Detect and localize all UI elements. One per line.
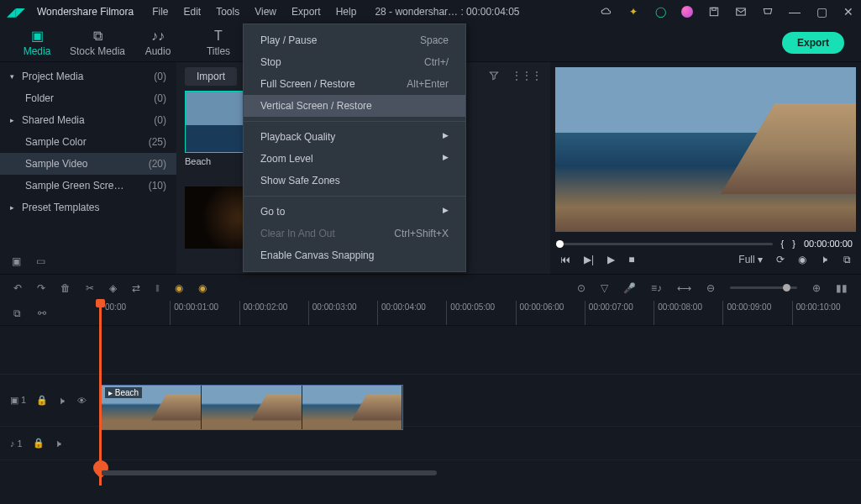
expand-icon[interactable]: ⧉ (843, 254, 851, 265)
sidebar-item-project-media[interactable]: ▾Project Media(0) (0, 66, 176, 87)
marker-icon[interactable]: ◈ (109, 282, 117, 294)
ruler-tick[interactable]: 00:00:06:00 (516, 301, 585, 325)
zoom-in-icon[interactable]: ⊕ (812, 282, 821, 294)
menu-file[interactable]: File (152, 6, 168, 18)
cart-icon[interactable] (762, 6, 774, 18)
mark-in-icon[interactable]: { (781, 239, 785, 249)
view-menu-item[interactable]: StopCtrl+/ (244, 51, 465, 73)
view-menu-item[interactable]: Go to▶ (244, 201, 465, 223)
ruler-tick[interactable]: 00:00:04:00 (377, 301, 446, 325)
redo-icon[interactable]: ↷ (37, 282, 45, 294)
import-button[interactable]: Import (185, 67, 237, 86)
timeline-ruler[interactable]: ⧉ ⚯ 00:0000:00:01:0000:00:02:0000:00:03:… (0, 301, 861, 326)
timeline-clip-beach[interactable]: ▸ Beach (101, 385, 403, 430)
snapshot-icon[interactable]: ◉ (798, 254, 806, 265)
effect2-icon[interactable]: ◉ (198, 282, 207, 294)
ruler-tick[interactable]: 00:00 (101, 301, 170, 325)
view-menu-item[interactable]: Zoom Level▶ (244, 148, 465, 170)
sidebar-item-sample-color[interactable]: Sample Color(25) (0, 131, 176, 153)
mute-icon[interactable]: 🕨 (58, 396, 67, 406)
link-icon[interactable]: ⚯ (38, 307, 46, 319)
stop-icon[interactable]: ■ (628, 254, 634, 265)
tab-stock-media[interactable]: ⧉Stock Media (67, 29, 128, 57)
project-info: 28 - wondershar… : 00:00:04:05 (375, 6, 519, 18)
timeline-tracks: ▣ 1 🔒 🕨 👁 ♪ 1 🔒 🕨 ▸ Beach (0, 326, 861, 477)
tab-media[interactable]: ▣Media (7, 28, 67, 57)
tips-icon[interactable]: ✦ (627, 6, 639, 18)
quality-label[interactable]: Full ▾ (738, 254, 763, 265)
sidebar-item-sample-video[interactable]: Sample Video(20) (0, 153, 176, 175)
tab-audio[interactable]: ♪♪Audio (128, 29, 188, 57)
menu-export[interactable]: Export (291, 6, 321, 18)
lock-icon[interactable]: 🔒 (33, 438, 45, 449)
add-track-icon[interactable]: ⧉ (13, 307, 21, 319)
menu-help[interactable]: Help (336, 6, 357, 18)
zoom-out-icon[interactable]: ⊖ (706, 282, 715, 294)
app-title: Wondershare Filmora (37, 6, 134, 18)
ruler-tick[interactable]: 00:00:08:00 (654, 301, 722, 325)
audio-track-label: ♪ 1 (10, 438, 23, 449)
prev-frame-icon[interactable]: ⏮ (560, 254, 570, 265)
save-icon[interactable] (708, 6, 720, 18)
lock-icon[interactable]: 🔒 (36, 395, 48, 406)
view-menu-item[interactable]: Vertical Screen / Restore (244, 95, 465, 117)
ruler-tick[interactable]: 00:00:02:00 (239, 301, 308, 325)
ruler-tick[interactable]: 00:00:10:00 (792, 301, 861, 325)
shield-icon[interactable]: ▽ (601, 282, 608, 294)
maximize-icon[interactable]: ▢ (816, 6, 827, 18)
mark-out-icon[interactable]: } (792, 239, 795, 249)
grid-view-icon[interactable]: ⋮⋮⋮ (512, 70, 542, 84)
delete-icon[interactable]: 🗑 (60, 282, 71, 294)
support-icon[interactable]: ◯ (654, 6, 666, 18)
sidebar-item-sample-green[interactable]: Sample Green Scre…(10) (0, 175, 176, 197)
filter-icon[interactable] (488, 70, 500, 84)
close-icon[interactable]: ✕ (843, 6, 854, 18)
audio-wave-icon[interactable]: ⦀ (155, 282, 160, 294)
preview-canvas[interactable] (555, 67, 856, 232)
ruler-tick[interactable]: 00:00:01:00 (170, 301, 239, 325)
preview-scrubber[interactable] (559, 243, 773, 245)
playhead[interactable] (99, 301, 102, 486)
timeline-scrollbar[interactable] (101, 470, 437, 475)
adjust-icon[interactable]: ⇄ (132, 282, 140, 294)
message-icon[interactable] (735, 6, 747, 18)
menu-tools[interactable]: Tools (216, 6, 239, 18)
sidebar-item-preset-templates[interactable]: ▸Preset Templates (0, 197, 176, 218)
ruler-tick[interactable]: 00:00:05:00 (446, 301, 515, 325)
menu-edit[interactable]: Edit (184, 6, 202, 18)
account-icon[interactable] (681, 6, 693, 18)
view-menu-item[interactable]: Clear In And OutCtrl+Shift+X (244, 223, 465, 244)
mic-icon[interactable]: 🎤 (623, 282, 636, 294)
volume-icon[interactable]: 🕨 (820, 254, 830, 265)
view-menu-item[interactable]: Full Screen / RestoreAlt+Enter (244, 73, 465, 95)
mute-icon[interactable]: 🕨 (55, 438, 64, 449)
undo-icon[interactable]: ↶ (13, 282, 22, 294)
minimize-icon[interactable]: — (789, 6, 801, 18)
eye-icon[interactable]: 👁 (77, 396, 87, 406)
view-menu-item[interactable]: Show Safe Zones (244, 170, 465, 192)
folder-icon[interactable]: ▭ (36, 255, 45, 267)
view-menu-item[interactable]: Play / PauseSpace (244, 29, 465, 51)
view-menu-item[interactable]: Playback Quality▶ (244, 126, 465, 148)
mixer-icon[interactable]: ≡♪ (651, 282, 662, 294)
view-menu-item[interactable]: Enable Canvas Snapping (244, 244, 465, 266)
record-icon[interactable]: ⊙ (577, 282, 585, 294)
fit-icon[interactable]: ⟷ (677, 282, 691, 294)
ruler-tick[interactable]: 00:00:09:00 (722, 301, 791, 325)
ruler-tick[interactable]: 00:00:07:00 (585, 301, 654, 325)
cut-icon[interactable]: ✂ (86, 282, 94, 294)
sidebar-item-folder[interactable]: Folder(0) (0, 87, 176, 109)
new-folder-icon[interactable]: ▣ (12, 255, 21, 267)
menu-view[interactable]: View (255, 6, 276, 18)
tab-titles[interactable]: TTitles (188, 29, 249, 57)
zoom-slider[interactable] (730, 286, 797, 289)
play-in-icon[interactable]: ▶| (584, 254, 594, 265)
effect1-icon[interactable]: ◉ (175, 282, 183, 294)
export-button[interactable]: Export (782, 32, 844, 54)
ruler-tick[interactable]: 00:00:03:00 (308, 301, 377, 325)
sidebar-item-shared-media[interactable]: ▸Shared Media(0) (0, 109, 176, 131)
cloud-icon[interactable] (601, 6, 612, 18)
play-icon[interactable]: ▶ (607, 254, 615, 265)
tl-layout-icon[interactable]: ▮▮ (836, 282, 848, 294)
display-icon[interactable]: ⟳ (776, 254, 785, 265)
